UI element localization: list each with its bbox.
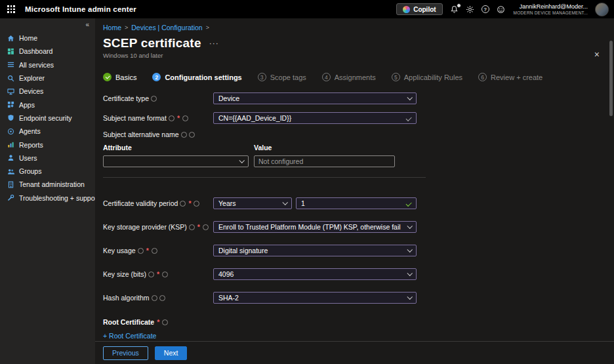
info-icon[interactable] [182, 115, 188, 121]
home-icon [7, 34, 14, 42]
wizard-steps: Basics 2 Configuration settings 3 Scope … [103, 73, 614, 81]
key-usage-label: Key usage [103, 247, 136, 254]
step-label: Scope tags [270, 73, 306, 81]
info-icon[interactable] [162, 272, 168, 277]
breadcrumb: Home > Devices | Configuration > [103, 24, 614, 31]
sidebar-item-devices[interactable]: Devices [0, 85, 95, 98]
info-icon[interactable] [152, 248, 157, 254]
sidebar-item-endpoint-security[interactable]: Endpoint security [0, 111, 95, 125]
certificate-type-value: Device [218, 94, 239, 102]
page-subtitle: Windows 10 and later [103, 52, 614, 59]
sidebar-item-label: Devices [19, 87, 43, 95]
sidebar-item-label: Endpoint security [19, 114, 72, 122]
scrollbar-thumb[interactable] [609, 41, 613, 116]
context-menu-icon[interactable]: ··· [209, 39, 219, 48]
certificate-type-label: Certificate type [103, 94, 149, 102]
sidebar-item-apps[interactable]: Apps [0, 98, 95, 111]
step-applicability-rules[interactable]: 5 Applicability Rules [392, 73, 462, 81]
san-table: Attribute Value [103, 144, 614, 178]
breadcrumb-home[interactable]: Home [103, 24, 121, 31]
validity-unit-dropdown[interactable]: Years [213, 197, 292, 209]
step-assignments[interactable]: 4 Assignments [322, 73, 376, 81]
sidebar-item-troubleshooting[interactable]: Troubleshooting + support [0, 192, 95, 205]
info-icon[interactable] [152, 295, 157, 301]
chevron-down-icon [407, 271, 412, 276]
waffle-menu-icon[interactable] [0, 0, 22, 18]
chevron-down-icon [407, 95, 412, 100]
info-icon[interactable] [189, 132, 195, 138]
chevron-down-icon [407, 247, 412, 253]
agents-icon [7, 127, 14, 135]
info-icon[interactable] [189, 224, 195, 230]
step-basics[interactable]: Basics [103, 73, 136, 81]
page-title: SCEP certificate [103, 36, 201, 51]
divider [103, 177, 426, 178]
copilot-button[interactable]: Copilot [396, 3, 442, 15]
step-label: Basics [115, 73, 136, 81]
certificate-type-dropdown[interactable]: Device [213, 92, 417, 104]
breadcrumb-devices-configuration[interactable]: Devices | Configuration [131, 24, 202, 31]
scrollbar[interactable] [609, 41, 613, 355]
validity-value-input[interactable]: 1 [296, 197, 417, 209]
close-icon[interactable]: × [594, 50, 600, 59]
top-bar: Microsoft Intune admin center Copilot ? … [0, 0, 614, 18]
sidebar-item-label: Groups [19, 167, 41, 175]
step-label: Applicability Rules [404, 73, 462, 81]
help-icon[interactable]: ? [481, 5, 489, 13]
required-marker: * [188, 199, 191, 207]
sidebar-item-reports[interactable]: Reports [0, 138, 95, 151]
account-info[interactable]: JannikReinhard@Moder... MODERN DEVICE MA… [514, 3, 588, 16]
settings-gear-icon[interactable] [466, 5, 474, 14]
chevron-down-icon [239, 158, 244, 163]
reports-icon [7, 141, 14, 149]
info-icon[interactable] [159, 295, 165, 301]
sidebar-item-explorer[interactable]: Explorer [0, 71, 95, 85]
apps-icon [7, 101, 14, 109]
step-label: Review + create [491, 73, 542, 81]
info-icon[interactable] [180, 201, 186, 207]
info-icon[interactable] [138, 248, 144, 254]
sidebar-item-tenant-administration[interactable]: Tenant administration [0, 178, 95, 191]
sidebar-item-groups[interactable]: Groups [0, 165, 95, 178]
sidebar-item-dashboard[interactable]: Dashboard [0, 45, 95, 58]
sidebar: « Home Dashboard All services Explorer D… [0, 18, 95, 364]
sidebar-item-label: Home [19, 34, 37, 42]
hash-algorithm-dropdown[interactable]: SHA-2 [213, 292, 417, 304]
info-icon[interactable] [162, 319, 168, 325]
value-input[interactable] [254, 155, 395, 167]
step-configuration-settings[interactable]: 2 Configuration settings [152, 73, 241, 81]
notifications-icon[interactable] [450, 5, 459, 14]
step-number-icon: 2 [152, 73, 161, 81]
info-icon[interactable] [194, 201, 199, 207]
valid-check-icon [406, 201, 412, 207]
step-review-create[interactable]: 6 Review + create [478, 73, 542, 81]
feedback-icon[interactable] [497, 5, 505, 14]
sidebar-collapse-icon[interactable]: « [0, 20, 95, 30]
info-icon[interactable] [203, 224, 209, 230]
add-root-certificate-link[interactable]: + Root Certificate [103, 332, 156, 340]
info-icon[interactable] [181, 132, 187, 138]
subject-name-format-input[interactable]: CN={{AAD_Device_ID}} [213, 112, 417, 124]
avatar[interactable] [595, 3, 609, 16]
next-button[interactable]: Next [155, 346, 188, 360]
key-usage-dropdown[interactable]: Digital signature [213, 245, 417, 256]
attribute-dropdown[interactable] [103, 155, 249, 167]
chevron-down-icon [282, 200, 287, 205]
sidebar-item-agents[interactable]: Agents [0, 125, 95, 138]
sidebar-item-label: Apps [19, 101, 35, 109]
sidebar-item-all-services[interactable]: All services [0, 58, 95, 71]
dashboard-icon [7, 47, 14, 55]
info-icon[interactable] [169, 115, 174, 121]
info-icon[interactable] [148, 272, 154, 277]
info-icon[interactable] [151, 96, 157, 102]
sidebar-item-home[interactable]: Home [0, 31, 95, 45]
app-title: Microsoft Intune admin center [25, 5, 136, 13]
subject-alternative-name-label: Subject alternative name [103, 131, 179, 138]
required-marker: * [177, 114, 180, 122]
valid-check-icon [406, 115, 412, 121]
previous-button[interactable]: Previous [103, 346, 148, 360]
step-scope-tags[interactable]: 3 Scope tags [258, 73, 306, 81]
sidebar-item-users[interactable]: Users [0, 152, 95, 165]
key-size-dropdown[interactable]: 4096 [213, 268, 417, 280]
ksp-dropdown[interactable]: Enroll to Trusted Platform Module (TPM) … [213, 221, 417, 233]
